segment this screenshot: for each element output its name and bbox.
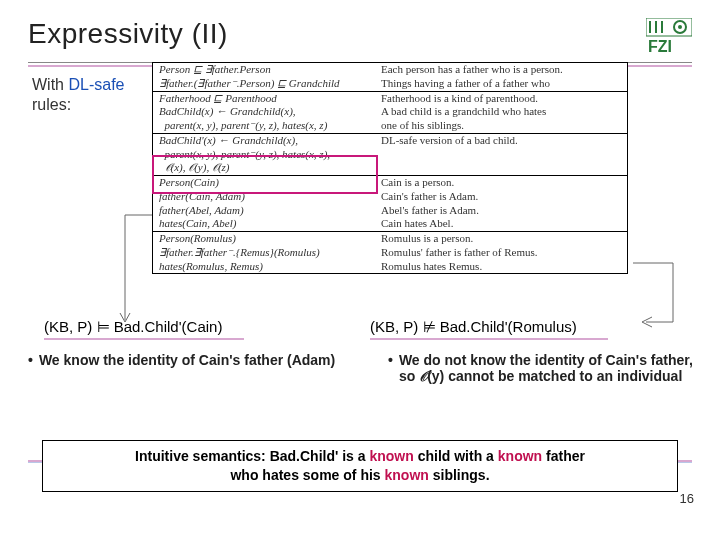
entailment-right: (KB, P) ⊭ Bad.Child'(Romulus) [360, 318, 720, 340]
table-row: Person(Romulus)∃father.∃father⁻.{Remus}(… [153, 232, 627, 274]
table-row: Person ⊑ ∃father.Person∃father.(∃father⁻… [153, 63, 627, 91]
subtitle-pre: With [32, 76, 68, 93]
table-row: BadChild'(x) ← Grandchild(x), parent(x, … [153, 133, 627, 175]
svg-point-5 [678, 25, 682, 29]
title-row: Expressivity (II) FZI [28, 18, 692, 56]
entailment-row: (KB, P) ⊨ Bad.Child'(Cain) (KB, P) ⊭ Bad… [0, 318, 720, 340]
kb-formula: Person(Romulus)∃father.∃father⁻.{Remus}(… [153, 232, 375, 274]
dlsafe-term: DL-safe [68, 76, 124, 93]
kb-gloss: Romulus is a person.Romulus' father is f… [375, 232, 627, 274]
slide: Expressivity (II) FZI With DL-safe rules… [0, 0, 720, 540]
bullet-right-text: We do not know the identity of Cain's fa… [399, 352, 700, 385]
entail-right-text: (KB, P) ⊭ Bad.Child'(Romulus) [370, 318, 577, 335]
bullet-left: • We know the identity of Cain's father … [0, 352, 360, 385]
knowledge-table: Person ⊑ ∃father.Person∃father.(∃father⁻… [152, 62, 628, 274]
underline-accent [44, 338, 244, 340]
entail-left-text: (KB, P) ⊨ Bad.Child'(Cain) [44, 318, 222, 335]
kb-gloss: Each person has a father who is a person… [375, 63, 627, 91]
page-number: 16 [680, 491, 694, 506]
bullet-left-text: We know the identity of Cain's father (A… [39, 352, 335, 385]
bullet-right: • We do not know the identity of Cain's … [360, 352, 720, 385]
kb-formula: Person(Cain)father(Cain, Adam)father(Abe… [153, 176, 375, 232]
bullets-row: • We know the identity of Cain's father … [0, 352, 720, 385]
table-row: Fatherhood ⊑ ParenthoodBadChild(x) ← Gra… [153, 91, 627, 133]
bullet-icon: • [28, 352, 33, 385]
svg-text:FZI: FZI [648, 38, 672, 55]
underline-accent [370, 338, 608, 340]
kb-formula: BadChild'(x) ← Grandchild(x), parent(x, … [153, 133, 375, 175]
kb-formula: Person ⊑ ∃father.Person∃father.(∃father⁻… [153, 63, 375, 91]
kb-gloss: DL-safe version of a bad child. [375, 133, 627, 175]
entailment-left: (KB, P) ⊨ Bad.Child'(Cain) [0, 318, 360, 340]
bullet-icon: • [388, 352, 393, 385]
kb-gloss: Fatherhood is a kind of parenthood.A bad… [375, 91, 627, 133]
table-row: Person(Cain)father(Cain, Adam)father(Abe… [153, 176, 627, 232]
kb-gloss: Cain is a person.Cain's father is Adam.A… [375, 176, 627, 232]
kb-formula: Fatherhood ⊑ ParenthoodBadChild(x) ← Gra… [153, 91, 375, 133]
arrow-left-icon [110, 210, 160, 330]
page-title: Expressivity (II) [28, 18, 228, 50]
subtitle-post: rules: [32, 96, 71, 113]
fzi-logo-icon: FZI [646, 18, 692, 56]
summary-box: Intuitive semantics: Bad.Child' is a kno… [42, 440, 678, 492]
